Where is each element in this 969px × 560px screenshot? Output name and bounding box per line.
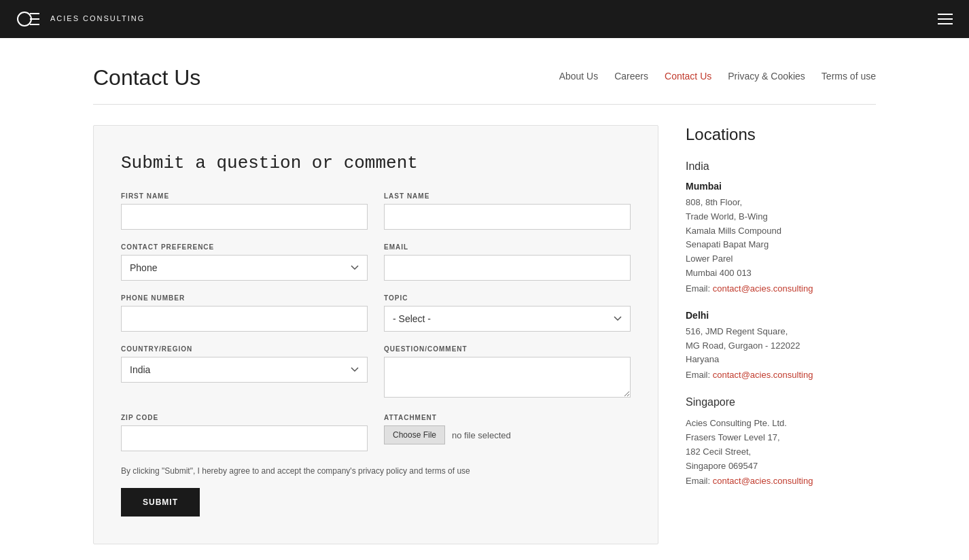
nav-careers[interactable]: Careers bbox=[614, 71, 648, 82]
main-content: Submit a question or comment FIRST NAME … bbox=[93, 125, 876, 560]
singapore-email-link[interactable]: contact@acies.consulting bbox=[713, 476, 813, 486]
choose-file-button[interactable]: Choose File bbox=[384, 425, 445, 444]
nav-about-us[interactable]: About Us bbox=[559, 71, 599, 82]
question-label: QUESTION/COMMENT bbox=[384, 345, 631, 353]
contact-form-card: Submit a question or comment FIRST NAME … bbox=[93, 125, 658, 544]
locations-title: Locations bbox=[686, 125, 876, 144]
country-question-row: COUNTRY/REGION India Singapore United St… bbox=[121, 345, 631, 400]
email-label: EMAIL bbox=[384, 243, 631, 251]
first-name-input[interactable] bbox=[121, 204, 368, 230]
email-input[interactable] bbox=[384, 255, 631, 281]
nav-contact-us[interactable]: Contact Us bbox=[665, 71, 711, 82]
hamburger-menu[interactable] bbox=[938, 14, 953, 24]
email-group: EMAIL bbox=[384, 243, 631, 281]
phone-topic-row: PHONE NUMBER TOPIC - Select - General In… bbox=[121, 294, 631, 332]
contact-preference-group: CONTACT PREFERENCE Phone Email bbox=[121, 243, 368, 281]
last-name-input[interactable] bbox=[384, 204, 631, 230]
mumbai-address: 808, 8th Floor, Trade World, B-Wing Kama… bbox=[686, 196, 876, 281]
attachment-group: ATTACHMENT Choose File no file selected bbox=[384, 414, 631, 451]
first-name-label: FIRST NAME bbox=[121, 192, 368, 200]
zip-label: ZIP CODE bbox=[121, 414, 368, 421]
topic-select[interactable]: - Select - General Inquiry Business Deve… bbox=[384, 306, 631, 332]
mumbai-city: Mumbai bbox=[686, 181, 876, 192]
country-group: COUNTRY/REGION India Singapore United St… bbox=[121, 345, 368, 400]
submit-button[interactable]: SUBMIT bbox=[121, 488, 200, 517]
logo-area: ACIES CONSULTING bbox=[16, 5, 145, 33]
contact-preference-select[interactable]: Phone Email bbox=[121, 255, 368, 281]
zip-attachment-row: ZIP CODE ATTACHMENT Choose File no file … bbox=[121, 414, 631, 451]
phone-input[interactable] bbox=[121, 306, 368, 332]
svg-point-0 bbox=[18, 12, 31, 26]
last-name-group: LAST NAME bbox=[384, 192, 631, 230]
mumbai-email-link[interactable]: contact@acies.consulting bbox=[713, 283, 813, 294]
delhi-address: 516, JMD Regent Square, MG Road, Gurgaon… bbox=[686, 325, 876, 367]
mumbai-email-label: Email: bbox=[686, 283, 710, 294]
delhi-email-label: Email: bbox=[686, 370, 710, 380]
phone-label: PHONE NUMBER bbox=[121, 294, 368, 302]
delhi-email: Email: contact@acies.consulting bbox=[686, 370, 876, 380]
form-title: Submit a question or comment bbox=[121, 153, 631, 173]
delhi-email-link[interactable]: contact@acies.consulting bbox=[713, 370, 813, 380]
singapore-address: Acies Consulting Pte. Ltd. Frasers Tower… bbox=[686, 417, 876, 473]
acies-logo-icon bbox=[16, 5, 43, 33]
question-textarea[interactable] bbox=[384, 357, 631, 398]
question-group: QUESTION/COMMENT bbox=[384, 345, 631, 400]
header: ACIES CONSULTING bbox=[0, 0, 969, 38]
attachment-area: Choose File no file selected bbox=[384, 425, 631, 444]
first-name-group: FIRST NAME bbox=[121, 192, 368, 230]
brand-name: ACIES CONSULTING bbox=[50, 14, 145, 24]
last-name-label: LAST NAME bbox=[384, 192, 631, 200]
singapore-email: Email: contact@acies.consulting bbox=[686, 476, 876, 486]
phone-group: PHONE NUMBER bbox=[121, 294, 368, 332]
india-country: India bbox=[686, 160, 876, 173]
locations-sidebar: Locations India Mumbai 808, 8th Floor, T… bbox=[686, 125, 876, 544]
singapore-country: Singapore bbox=[686, 396, 876, 408]
delhi-city: Delhi bbox=[686, 310, 876, 321]
zip-input[interactable] bbox=[121, 425, 368, 451]
preference-email-row: CONTACT PREFERENCE Phone Email EMAIL bbox=[121, 243, 631, 281]
top-section: Contact Us About Us Careers Contact Us P… bbox=[93, 38, 876, 105]
country-label: COUNTRY/REGION bbox=[121, 345, 368, 353]
no-file-text: no file selected bbox=[452, 430, 511, 440]
topic-label: TOPIC bbox=[384, 294, 631, 302]
mumbai-email: Email: contact@acies.consulting bbox=[686, 283, 876, 294]
zip-group: ZIP CODE bbox=[121, 414, 368, 451]
topic-group: TOPIC - Select - General Inquiry Busines… bbox=[384, 294, 631, 332]
country-select[interactable]: India Singapore United States United Kin… bbox=[121, 357, 368, 383]
attachment-label: ATTACHMENT bbox=[384, 414, 631, 421]
singapore-email-label: Email: bbox=[686, 476, 710, 486]
nav-terms[interactable]: Terms of use bbox=[822, 71, 876, 82]
name-row: FIRST NAME LAST NAME bbox=[121, 192, 631, 230]
page-title: Contact Us bbox=[93, 65, 200, 90]
nav-privacy[interactable]: Privacy & Cookies bbox=[728, 71, 805, 82]
top-nav: About Us Careers Contact Us Privacy & Co… bbox=[559, 65, 876, 82]
consent-text: By clicking "Submit", I hereby agree to … bbox=[121, 465, 631, 477]
contact-preference-label: CONTACT PREFERENCE bbox=[121, 243, 368, 251]
